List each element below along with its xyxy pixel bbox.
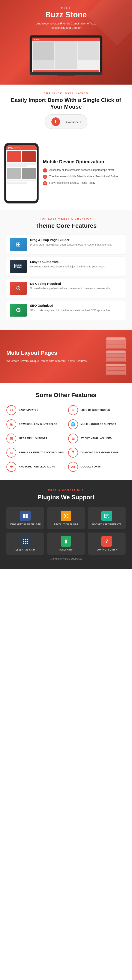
svg-point-20 [65,540,67,543]
plugins-note: ... and many more supported [6,557,126,560]
feat-item-3: 🌐 MULTI LANGUAGE SUPPORT [68,419,126,429]
install-icon: ⬇ [52,118,60,126]
feature-card-icon-0: ⊞ [16,241,21,248]
feature-card-title-3: SEO Optimized [30,304,110,307]
feat-label-7: CUSTOMIZABLE GOOGLE MAP [80,451,119,454]
plugins-label: FREE & COMPATIBLE [6,489,126,492]
phone-img-2 [22,151,36,162]
mobile-feature-text-3: Fully Responsive layout & Retina Ready [49,181,95,185]
hero-section: MEET Buzz Stone An Awesome User-Friendly… [0,0,132,84]
phone-screen: BUZZSTONE [6,145,37,201]
feat-label-8: AWESOME FONTELLO ICONS [19,465,55,468]
layout-img-cell-11 [107,371,116,374]
laptop-base [30,73,102,75]
phone-img-3 [7,168,21,179]
feature-card-text-0: Drag & Drop Page Builder Drag & drop Pag… [30,238,112,247]
plugin-icon-text-5: 7 [105,539,108,544]
mobile-feature-3: 3 Fully Responsive layout & Retina Ready [43,181,118,185]
phone-img-1 [7,151,21,162]
svg-rect-14 [23,541,24,542]
feat-item-4: ⊞ MEGA MENU SUPPORT [6,434,64,444]
install-button-label: Installation [63,120,80,124]
dot-2 [36,39,37,40]
phone-text-2 [7,165,27,167]
core-features-label: FOR EASY WEBSITE CREATION [6,218,126,220]
svg-rect-1 [25,514,28,516]
one-click-label: ONE CLICK INSTALLATION [9,92,123,95]
plugin-card-2: BOOKED APPOINTMENTS [88,507,126,529]
feat-label-2: POWERFUL ADMIN INTERFACE [19,423,57,426]
feature-card-desc-2: No need to be a professional web develop… [30,286,110,290]
laptop-screen-header [32,38,100,41]
mobile-title: Mobile Device Optimization [43,159,118,165]
layout-img-cell-1 [107,340,116,344]
core-features-section: FOR EASY WEBSITE CREATION Theme Core Fea… [0,210,132,330]
feat-icon-2: ◉ [6,419,16,429]
layout-img-cell-7 [107,358,116,361]
phone-text-1 [7,163,36,165]
feature-card-title-1: Easy to Customize [30,260,105,264]
features-grid: ↻ EASY UPDATES ≡ LOTS OF SHORTCODES ◉ PO… [6,405,126,472]
feature-card-1: ⌨ Easy to Customize Awesome easy-to-use … [6,257,126,276]
laptop-screen-body [32,41,100,70]
phone-outer: BUZZSTONE [4,143,39,204]
feat-label-1: LOTS OF SHORTCODES [80,409,110,412]
feat-icon-7: 📍 [68,448,78,458]
phone-header: BUZZSTONE [6,145,37,150]
feat-label-3: MULTI LANGUAGE SUPPORT [80,423,116,426]
plugin-icon-2 [101,511,112,521]
feature-num-2: 2 [43,175,47,179]
feat-item-1: ≡ LOTS OF SHORTCODES [68,405,126,415]
feature-card-text-3: SEO Optimized HTML code integrated into … [30,304,110,312]
dot-3 [38,39,39,40]
feature-card-desc-1: Awesome easy-to-use options will adjust … [30,265,105,269]
feature-card-title-2: No Coding Required [30,282,110,285]
layout-img-body-3 [107,366,125,375]
phone-text-4 [7,182,27,184]
laptop-stand [57,75,75,76]
installation-button[interactable]: ⬇ Installation [45,115,87,129]
feat-icon-9: Aa [68,462,78,472]
feature-card-text-1: Easy to Customize Awesome easy-to-use op… [30,260,105,269]
screen-img-6 [55,60,77,69]
plugin-icon-1 [61,511,71,521]
plugin-label-0: WPBAKERY PAGE BUILDER [9,523,41,526]
feat-item-2: ◉ POWERFUL ADMIN INTERFACE [6,419,64,429]
multi-layout-imgs [106,337,126,375]
feat-label-6: PARALLAX EFFECT BACKGROUNDS [19,451,64,454]
phone-text-3 [7,180,36,181]
feat-icon-0: ↻ [6,405,16,415]
plugin-card-0: WPBAKERY PAGE BUILDER [6,507,44,529]
layout-img-header-3 [107,364,125,366]
layout-img-cell-2 [116,340,125,344]
feat-item-8: ★ AWESOME FONTELLO ICONS [6,462,64,472]
feature-card-desc-0: Drag & drop Page Builder offers amazing … [30,243,112,247]
multi-layout-text: Multi Layout Pages We create Several Uni… [6,350,102,363]
plugin-card-4: MAILCHIMP [47,533,85,555]
plugin-label-1: REVOLUTION SLIDER [54,523,78,526]
other-features-section: Some Other Features ↻ EASY UPDATES ≡ LOT… [0,383,132,480]
svg-rect-15 [25,541,26,542]
feature-card-2: ⊘ No Coding Required No need to be a pro… [6,278,126,298]
plugin-label-4: MAILCHIMP [59,548,72,551]
core-features-title: Theme Core Features [6,222,126,229]
multi-layout-section: Multi Layout Pages We create Several Uni… [0,330,132,383]
plugin-card-5: 7 CONTACT FORM 7 [88,533,126,555]
feature-card-text-2: No Coding Required No need to be a profe… [30,282,110,290]
feat-icon-5: ☰ [68,434,78,444]
plugin-card-3: ESSENTIAL GRID [6,533,44,555]
svg-rect-16 [27,541,28,542]
screen-img-tall [33,42,54,60]
screen-img-2 [78,42,99,51]
feat-label-5: STICKY MENU INCLUDED [80,437,112,440]
plugins-grid: WPBAKERY PAGE BUILDER REVOLUTION SLIDER [6,507,126,555]
phone-img-4 [22,168,36,179]
feat-icon-3: 🌐 [68,419,78,429]
plugin-card-1: REVOLUTION SLIDER [47,507,85,529]
svg-rect-13 [27,539,28,540]
layout-img-card-2 [106,350,126,362]
svg-rect-2 [23,516,25,518]
layout-img-body-2 [107,353,125,362]
hero-title: Buzz Stone [4,10,128,19]
layout-img-body-1 [107,340,125,349]
